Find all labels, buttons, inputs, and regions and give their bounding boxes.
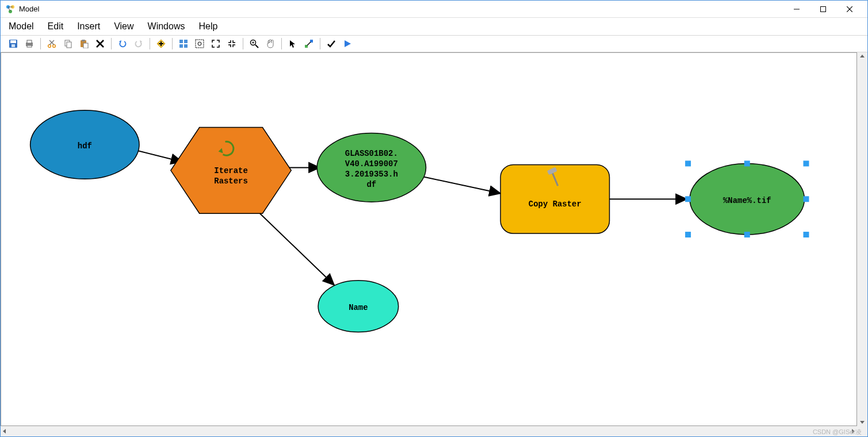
- connect-icon[interactable]: [302, 37, 316, 51]
- svg-rect-23: [83, 43, 88, 48]
- connector[interactable]: [254, 208, 334, 285]
- delete-icon[interactable]: [93, 37, 107, 51]
- pointer-icon[interactable]: [286, 37, 300, 51]
- titlebar: Model: [1, 1, 867, 18]
- svg-rect-22: [82, 40, 85, 41]
- svg-rect-62: [803, 232, 809, 237]
- node-name-label: Name: [349, 303, 368, 312]
- validate-icon[interactable]: [324, 37, 338, 51]
- svg-point-36: [198, 42, 201, 45]
- node-glass-l1: GLASS01B02.: [345, 149, 398, 158]
- svg-rect-33: [179, 44, 183, 48]
- window-title: Model: [19, 5, 39, 13]
- svg-rect-32: [184, 40, 188, 43]
- svg-rect-57: [803, 160, 809, 166]
- node-hdf-label: hdf: [78, 141, 92, 151]
- svg-line-38: [255, 45, 258, 48]
- svg-rect-6: [821, 6, 826, 12]
- svg-rect-11: [12, 44, 15, 47]
- canvas[interactable]: hdf Iterate Rasters GLASS01B02. V40.A199…: [1, 52, 857, 426]
- svg-rect-10: [10, 40, 16, 43]
- vertical-scrollbar[interactable]: [857, 52, 867, 426]
- magnify-icon[interactable]: [247, 37, 261, 51]
- undo-icon[interactable]: [116, 37, 129, 51]
- cut-icon[interactable]: [45, 37, 59, 51]
- paste-icon[interactable]: [77, 37, 91, 51]
- app-window: Model Model Edit Insert View Windows Hel…: [0, 0, 868, 437]
- redo-icon[interactable]: [132, 37, 146, 51]
- svg-marker-45: [345, 40, 351, 47]
- node-copy[interactable]: Copy Raster: [500, 164, 609, 233]
- menubar: Model Edit Insert View Windows Help: [1, 18, 867, 35]
- svg-rect-60: [685, 232, 691, 237]
- menu-help[interactable]: Help: [198, 21, 217, 32]
- add-data-icon[interactable]: [154, 37, 168, 51]
- maximize-button[interactable]: [810, 1, 836, 18]
- svg-rect-56: [744, 160, 750, 166]
- svg-rect-35: [196, 40, 204, 48]
- svg-rect-59: [803, 196, 809, 202]
- pan-icon[interactable]: [263, 37, 277, 51]
- toolbar: [1, 35, 867, 52]
- connector[interactable]: [420, 176, 501, 193]
- node-iterate[interactable]: Iterate Rasters: [171, 128, 291, 214]
- node-glass-l3: 3.2019353.h: [345, 170, 398, 179]
- menu-windows[interactable]: Windows: [148, 21, 185, 32]
- svg-point-16: [53, 45, 56, 48]
- svg-rect-20: [67, 42, 71, 48]
- menu-insert[interactable]: Insert: [77, 21, 100, 32]
- svg-rect-34: [184, 44, 188, 48]
- toolbar-separator: [320, 38, 320, 49]
- minimize-button[interactable]: [783, 1, 810, 18]
- node-glass-l4: df: [366, 180, 376, 189]
- node-copy-label: Copy Raster: [529, 200, 582, 209]
- svg-rect-14: [27, 45, 32, 47]
- node-hdf[interactable]: hdf: [30, 110, 139, 179]
- toolbar-separator: [111, 38, 112, 49]
- svg-point-15: [48, 45, 51, 48]
- svg-line-44: [307, 42, 311, 45]
- toolbar-separator: [172, 38, 173, 49]
- save-icon[interactable]: [6, 37, 20, 51]
- run-icon[interactable]: [341, 37, 354, 51]
- menu-edit[interactable]: Edit: [48, 21, 64, 32]
- copy-icon[interactable]: [61, 37, 75, 51]
- full-extent-icon[interactable]: [193, 37, 207, 51]
- toolbar-separator: [243, 38, 243, 49]
- tiles-icon[interactable]: [177, 37, 190, 51]
- svg-rect-55: [685, 160, 691, 166]
- svg-rect-31: [179, 40, 183, 43]
- svg-rect-61: [744, 232, 750, 237]
- print-icon[interactable]: [22, 37, 36, 51]
- connector[interactable]: [136, 150, 182, 162]
- node-glass-l2: V40.A199007: [345, 159, 398, 168]
- node-iterate-label1: Iterate: [214, 166, 248, 175]
- node-name[interactable]: Name: [318, 281, 399, 332]
- close-button[interactable]: [836, 1, 863, 18]
- watermark: CSDN @GISer凌: [813, 428, 862, 436]
- horizontal-scrollbar[interactable]: [1, 426, 857, 436]
- toolbar-separator: [281, 38, 282, 49]
- content-area: hdf Iterate Rasters GLASS01B02. V40.A199…: [1, 52, 867, 436]
- node-output[interactable]: %Name%.tif: [685, 160, 809, 237]
- node-output-label: %Name%.tif: [723, 196, 771, 205]
- node-glass[interactable]: GLASS01B02. V40.A199007 3.2019353.h df: [317, 133, 426, 202]
- svg-rect-13: [27, 40, 32, 43]
- node-iterate-label2: Rasters: [214, 177, 248, 186]
- app-icon: [5, 4, 16, 14]
- zoom-out-rect-icon[interactable]: [225, 37, 239, 51]
- svg-rect-58: [685, 196, 691, 202]
- toolbar-separator: [40, 38, 41, 49]
- svg-marker-41: [290, 40, 295, 48]
- toolbar-separator: [150, 38, 150, 49]
- model-diagram[interactable]: hdf Iterate Rasters GLASS01B02. V40.A199…: [1, 53, 856, 425]
- menu-view[interactable]: View: [114, 21, 133, 32]
- zoom-in-rect-icon[interactable]: [209, 37, 223, 51]
- menu-model[interactable]: Model: [9, 21, 34, 32]
